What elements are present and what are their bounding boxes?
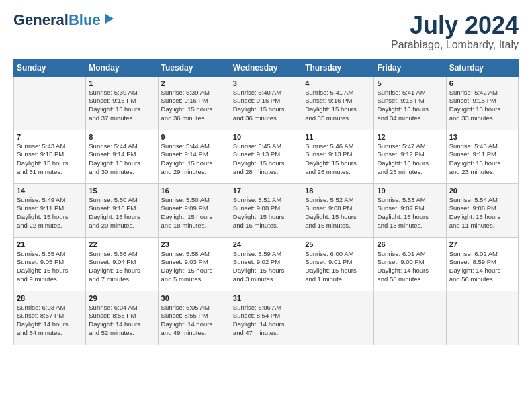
month-year: July 2024 [391, 12, 519, 39]
day-number: 16 [161, 187, 227, 195]
cell-info: Sunrise: 5:54 AM Sunset: 9:06 PM Dayligh… [449, 196, 515, 230]
day-number: 23 [161, 240, 227, 248]
day-number: 10 [233, 133, 299, 141]
day-number: 9 [161, 133, 227, 141]
calendar-week-3: 14Sunrise: 5:49 AM Sunset: 9:11 PM Dayli… [14, 183, 519, 237]
day-number: 28 [17, 294, 83, 302]
cell-info: Sunrise: 5:42 AM Sunset: 9:15 PM Dayligh… [449, 89, 515, 123]
day-number: 7 [17, 133, 83, 141]
day-number: 29 [89, 294, 154, 302]
day-number: 30 [161, 294, 227, 302]
day-number: 13 [449, 133, 515, 141]
col-saturday: Saturday [446, 59, 518, 76]
cell-info: Sunrise: 5:49 AM Sunset: 9:11 PM Dayligh… [17, 196, 83, 230]
cell-info: Sunrise: 5:58 AM Sunset: 9:03 PM Dayligh… [161, 250, 227, 284]
cell-info: Sunrise: 5:59 AM Sunset: 9:02 PM Dayligh… [233, 250, 299, 284]
location: Parabiago, Lombardy, Italy [391, 39, 519, 51]
logo-text: GeneralBlue [13, 12, 101, 28]
day-number: 15 [89, 187, 154, 195]
table-row: 24Sunrise: 5:59 AM Sunset: 9:02 PM Dayli… [230, 237, 302, 291]
day-number: 19 [377, 187, 443, 195]
col-sunday: Sunday [14, 59, 86, 76]
cell-info: Sunrise: 6:00 AM Sunset: 9:01 PM Dayligh… [305, 250, 371, 284]
col-tuesday: Tuesday [158, 59, 230, 76]
table-row: 10Sunrise: 5:45 AM Sunset: 9:13 PM Dayli… [230, 130, 302, 183]
logo-icon [103, 13, 115, 25]
table-row: 3Sunrise: 5:40 AM Sunset: 9:16 PM Daylig… [230, 76, 302, 130]
col-wednesday: Wednesday [230, 59, 302, 76]
cell-info: Sunrise: 5:50 AM Sunset: 9:10 PM Dayligh… [89, 196, 154, 230]
logo: GeneralBlue [13, 12, 115, 28]
cell-info: Sunrise: 5:39 AM Sunset: 9:16 PM Dayligh… [161, 89, 227, 123]
cell-info: Sunrise: 5:43 AM Sunset: 9:15 PM Dayligh… [17, 142, 83, 177]
day-number: 27 [449, 240, 515, 248]
table-row: 13Sunrise: 5:48 AM Sunset: 9:11 PM Dayli… [446, 130, 518, 183]
table-row: 14Sunrise: 5:49 AM Sunset: 9:11 PM Dayli… [14, 183, 86, 237]
table-row: 6Sunrise: 5:42 AM Sunset: 9:15 PM Daylig… [446, 76, 518, 130]
cell-info: Sunrise: 5:53 AM Sunset: 9:07 PM Dayligh… [377, 196, 443, 230]
cell-info: Sunrise: 6:04 AM Sunset: 8:56 PM Dayligh… [89, 304, 154, 338]
table-row: 1Sunrise: 5:39 AM Sunset: 9:16 PM Daylig… [86, 76, 158, 130]
cell-info: Sunrise: 5:45 AM Sunset: 9:13 PM Dayligh… [233, 142, 299, 177]
day-number: 18 [305, 187, 371, 195]
header-row: Sunday Monday Tuesday Wednesday Thursday… [14, 59, 519, 76]
table-row: 4Sunrise: 5:41 AM Sunset: 9:16 PM Daylig… [302, 76, 374, 130]
day-number: 2 [161, 79, 227, 87]
table-row: 30Sunrise: 6:05 AM Sunset: 8:55 PM Dayli… [158, 291, 230, 345]
cell-info: Sunrise: 6:02 AM Sunset: 8:59 PM Dayligh… [449, 250, 515, 284]
calendar-table: Sunday Monday Tuesday Wednesday Thursday… [13, 59, 519, 345]
day-number: 4 [305, 79, 371, 87]
cell-info: Sunrise: 6:06 AM Sunset: 8:54 PM Dayligh… [233, 304, 299, 338]
cell-info: Sunrise: 5:48 AM Sunset: 9:11 PM Dayligh… [449, 142, 515, 177]
cell-info: Sunrise: 5:39 AM Sunset: 9:16 PM Dayligh… [89, 89, 154, 123]
day-number: 14 [17, 187, 83, 195]
day-number: 31 [233, 294, 299, 302]
table-row: 29Sunrise: 6:04 AM Sunset: 8:56 PM Dayli… [86, 291, 158, 345]
table-row: 17Sunrise: 5:51 AM Sunset: 9:08 PM Dayli… [230, 183, 302, 237]
table-row: 9Sunrise: 5:44 AM Sunset: 9:14 PM Daylig… [158, 130, 230, 183]
cell-info: Sunrise: 5:44 AM Sunset: 9:14 PM Dayligh… [89, 142, 154, 177]
day-number: 26 [377, 240, 443, 248]
table-row: 31Sunrise: 6:06 AM Sunset: 8:54 PM Dayli… [230, 291, 302, 345]
svg-marker-0 [105, 14, 114, 24]
table-row: 25Sunrise: 6:00 AM Sunset: 9:01 PM Dayli… [302, 237, 374, 291]
title-block: July 2024 Parabiago, Lombardy, Italy [391, 12, 519, 51]
table-row: 11Sunrise: 5:46 AM Sunset: 9:13 PM Dayli… [302, 130, 374, 183]
day-number: 25 [305, 240, 371, 248]
col-friday: Friday [374, 59, 446, 76]
table-row: 16Sunrise: 5:50 AM Sunset: 9:09 PM Dayli… [158, 183, 230, 237]
table-row: 23Sunrise: 5:58 AM Sunset: 9:03 PM Dayli… [158, 237, 230, 291]
table-row: 12Sunrise: 5:47 AM Sunset: 9:12 PM Dayli… [374, 130, 446, 183]
table-row: 19Sunrise: 5:53 AM Sunset: 9:07 PM Dayli… [374, 183, 446, 237]
day-number: 11 [305, 133, 371, 141]
cell-info: Sunrise: 5:56 AM Sunset: 9:04 PM Dayligh… [89, 250, 154, 284]
table-row: 8Sunrise: 5:44 AM Sunset: 9:14 PM Daylig… [86, 130, 158, 183]
table-row [374, 291, 446, 345]
day-number: 24 [233, 240, 299, 248]
calendar-week-4: 21Sunrise: 5:55 AM Sunset: 9:05 PM Dayli… [14, 237, 519, 291]
table-row: 5Sunrise: 5:41 AM Sunset: 9:15 PM Daylig… [374, 76, 446, 130]
col-monday: Monday [86, 59, 158, 76]
cell-info: Sunrise: 5:52 AM Sunset: 9:08 PM Dayligh… [305, 196, 371, 230]
cell-info: Sunrise: 5:50 AM Sunset: 9:09 PM Dayligh… [161, 196, 227, 230]
cell-info: Sunrise: 5:41 AM Sunset: 9:15 PM Dayligh… [377, 89, 443, 123]
cell-info: Sunrise: 6:05 AM Sunset: 8:55 PM Dayligh… [161, 304, 227, 338]
table-row [14, 76, 86, 130]
cell-info: Sunrise: 5:55 AM Sunset: 9:05 PM Dayligh… [17, 250, 83, 284]
table-row: 7Sunrise: 5:43 AM Sunset: 9:15 PM Daylig… [14, 130, 86, 183]
header: GeneralBlue July 2024 Parabiago, Lombard… [13, 12, 519, 51]
table-row: 28Sunrise: 6:03 AM Sunset: 8:57 PM Dayli… [14, 291, 86, 345]
cell-info: Sunrise: 6:01 AM Sunset: 9:00 PM Dayligh… [377, 250, 443, 284]
cell-info: Sunrise: 5:46 AM Sunset: 9:13 PM Dayligh… [305, 142, 371, 177]
table-row: 26Sunrise: 6:01 AM Sunset: 9:00 PM Dayli… [374, 237, 446, 291]
table-row [446, 291, 518, 345]
table-row: 22Sunrise: 5:56 AM Sunset: 9:04 PM Dayli… [86, 237, 158, 291]
calendar-page: GeneralBlue July 2024 Parabiago, Lombard… [0, 0, 532, 352]
day-number: 5 [377, 79, 443, 87]
day-number: 20 [449, 187, 515, 195]
day-number: 21 [17, 240, 83, 248]
day-number: 6 [449, 79, 515, 87]
cell-info: Sunrise: 5:40 AM Sunset: 9:16 PM Dayligh… [233, 89, 299, 123]
cell-info: Sunrise: 5:51 AM Sunset: 9:08 PM Dayligh… [233, 196, 299, 230]
table-row: 20Sunrise: 5:54 AM Sunset: 9:06 PM Dayli… [446, 183, 518, 237]
